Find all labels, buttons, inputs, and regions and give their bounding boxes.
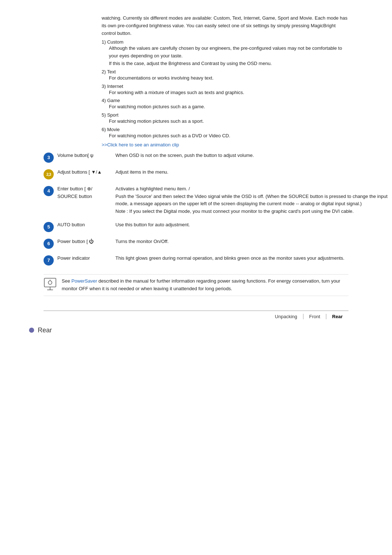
table-row: 3 Volume button[ ψ When OSD is not on th…	[44, 152, 392, 163]
animation-link[interactable]: >>Click here to see an animation clip	[102, 142, 179, 147]
table-row: 7 Power indicator This light glows green…	[44, 255, 392, 266]
row-label: Power button [ ⏻	[57, 238, 115, 246]
note-text: See PowerSaver described in the manual f…	[62, 278, 348, 293]
row-desc: This light glows green during normal ope…	[115, 255, 392, 262]
badge-4: 4	[44, 186, 54, 196]
nav-bar: UnpackingFrontRear	[44, 311, 348, 319]
note-box: See PowerSaver described in the manual f…	[44, 274, 348, 296]
mode-item: 5) Sport For watching motion pictures su…	[102, 112, 348, 125]
row-label: AUTO button	[57, 221, 115, 229]
mode-item: 1) Custom Although the values are carefu…	[102, 39, 348, 67]
features-table: 3 Volume button[ ψ When OSD is not on th…	[44, 152, 392, 266]
nav-item-rear[interactable]: Rear	[326, 314, 348, 319]
power-saver-icon	[44, 278, 58, 292]
rear-dot-icon	[29, 328, 34, 333]
badge-6: 6	[44, 239, 54, 249]
mode-label: 4) Game	[102, 98, 348, 103]
row-desc: When OSD is not on the screen, push the …	[115, 152, 392, 159]
badge-2,3: 2,3	[44, 169, 54, 179]
mode-item: 3) Internet For working with a mixture o…	[102, 84, 348, 97]
table-row: 4 Enter button [ ⊕/SOURCE button Activat…	[44, 185, 392, 215]
row-label: Power indicator	[57, 255, 115, 262]
table-row: 2,3 Adjust buttons [ ▼/▲ Adjust items in…	[44, 169, 392, 179]
mode-desc: Although the values are carefully chosen…	[109, 45, 348, 67]
nav-item-unpacking[interactable]: Unpacking	[269, 314, 303, 319]
mode-label: 1) Custom	[102, 39, 348, 45]
table-row: 6 Power button [ ⏻ Turns the monitor On/…	[44, 238, 392, 249]
table-row: 5 AUTO button Use this button for auto a…	[44, 221, 392, 232]
power-saver-link[interactable]: PowerSaver	[72, 278, 97, 284]
badge-3: 3	[44, 153, 54, 163]
mode-desc: For documentations or works involving he…	[109, 74, 348, 82]
row-label: Volume button[ ψ	[57, 152, 115, 159]
note-text-after: described in the manual for further info…	[62, 278, 340, 291]
mode-desc: For watching motion pictures such as a D…	[109, 132, 348, 140]
rear-section-heading: Rear	[29, 327, 370, 334]
row-label: Adjust buttons [ ▼/▲	[57, 169, 115, 176]
mode-desc: For watching motion pictures such as a s…	[109, 118, 348, 125]
svg-point-3	[48, 281, 52, 284]
badge-7: 7	[44, 255, 54, 266]
mode-label: 6) Movie	[102, 127, 348, 132]
svg-rect-0	[44, 278, 56, 287]
mode-label: 5) Sport	[102, 112, 348, 118]
mode-item: 2) Text For documentations or works invo…	[102, 69, 348, 82]
mode-item: 4) Game For watching motion pictures suc…	[102, 98, 348, 111]
mode-label: 2) Text	[102, 69, 348, 74]
nav-item-front[interactable]: Front	[303, 314, 326, 319]
row-desc: Use this button for auto adjustment.	[115, 221, 392, 229]
mode-item: 6) Movie For watching motion pictures su…	[102, 127, 348, 140]
mode-desc: For working with a mixture of images suc…	[109, 89, 348, 97]
mode-desc: For watching motion pictures such as a g…	[109, 103, 348, 111]
badge-5: 5	[44, 222, 54, 232]
row-label: Enter button [ ⊕/SOURCE button	[57, 185, 115, 200]
rear-title: Rear	[38, 327, 52, 334]
row-desc: Turns the monitor On/Off.	[115, 238, 392, 246]
row-desc: Adjust items in the menu.	[115, 169, 392, 176]
intro-paragraph: watching. Currently six different modes …	[102, 15, 348, 37]
mode-label: 3) Internet	[102, 84, 348, 89]
row-desc: Activates a highlighted menu item. /Push…	[115, 185, 392, 215]
